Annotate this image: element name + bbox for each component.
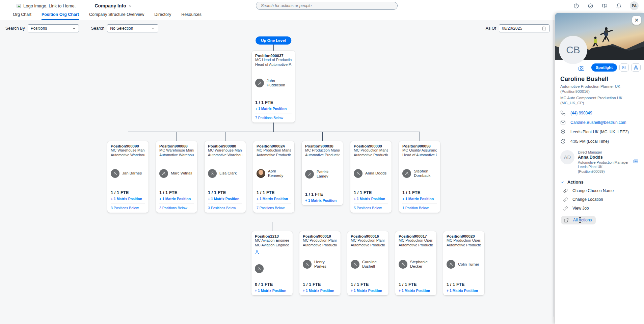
all-actions-button[interactable]: All Actions bbox=[561, 216, 596, 224]
help-icon[interactable] bbox=[573, 3, 579, 9]
incumbent-row: Stephanie Decker bbox=[399, 260, 433, 269]
position-card[interactable]: Position1213 MC Aviation Engineer MC Avi… bbox=[251, 231, 293, 295]
close-icon[interactable]: ✕ bbox=[632, 16, 641, 25]
position-card[interactable]: Position900058 MC Quality Assurance... H… bbox=[399, 141, 440, 213]
tab-org-chart[interactable]: Org Chart bbox=[13, 12, 31, 20]
incumbent-row bbox=[255, 264, 289, 273]
phone-row: (44) 990349 bbox=[560, 110, 639, 116]
position-card[interactable]: Position900016 MC Production Planner Aut… bbox=[347, 231, 388, 295]
tab-company-structure-overview[interactable]: Company Structure Overview bbox=[89, 12, 144, 20]
matrix-position-link[interactable]: + 1 Matrix Position bbox=[255, 107, 292, 111]
manager-contact-card-icon[interactable] bbox=[633, 159, 639, 165]
module-title-menu[interactable]: Company Info bbox=[95, 3, 132, 8]
position-department: Automotive Productio... bbox=[354, 153, 388, 158]
user-avatar[interactable]: PA bbox=[630, 1, 639, 10]
position-title: MC Production Manager bbox=[354, 148, 388, 153]
action-view-job[interactable]: View Job bbox=[563, 206, 639, 211]
tab-position-org-chart[interactable]: Position Org Chart bbox=[42, 12, 79, 20]
handbook-icon[interactable] bbox=[601, 3, 608, 9]
matrix-position-link[interactable]: + 1 Matrix Position bbox=[208, 197, 242, 201]
profile-side-panel: ✕ CB Spotlight Caroline Bushell Automoti… bbox=[555, 13, 644, 324]
matrix-position-link[interactable]: + 1 Matrix Position bbox=[447, 289, 481, 293]
contact-badge-icon[interactable] bbox=[619, 63, 629, 72]
matrix-position-link[interactable]: + 1 Matrix Position bbox=[111, 197, 145, 201]
positions-below-link[interactable]: 5 Positions Below bbox=[354, 203, 388, 210]
text-cursor bbox=[579, 217, 582, 223]
matrix-position-link[interactable]: + 1 Matrix Position bbox=[255, 289, 289, 293]
fte-value: 0 / 1 FTE bbox=[255, 282, 289, 287]
search-by-select[interactable]: Positions bbox=[28, 24, 79, 32]
org-chart-icon[interactable] bbox=[631, 63, 641, 72]
person-avatar-icon bbox=[208, 169, 217, 178]
position-card[interactable]: Position900020 MC Production Opera... Au… bbox=[443, 231, 484, 295]
position-card[interactable]: Position900090 MC Warehouse Mana... Auto… bbox=[107, 141, 149, 213]
position-id: Position900020 bbox=[447, 234, 481, 238]
direct-manager-block[interactable]: AD Direct Manager Anna Dodds Automotive … bbox=[560, 150, 639, 174]
person-avatar-icon bbox=[257, 169, 265, 178]
up-one-level-button[interactable]: Up One Level bbox=[256, 36, 291, 45]
action-change-chosen-name[interactable]: Change Chosen Name bbox=[563, 188, 639, 193]
incumbent-row: Stephen Dornback bbox=[402, 169, 437, 178]
top-bar: Logo image. Link to Home. Company Info P… bbox=[0, 0, 644, 11]
search-select[interactable]: No Selection bbox=[107, 24, 158, 32]
matrix-position-link[interactable]: + 1 Matrix Position bbox=[257, 197, 291, 201]
org-connector-line bbox=[371, 213, 371, 222]
matrix-position-link[interactable]: + 1 Matrix Position bbox=[354, 197, 388, 201]
position-title: MC Aviation Engineer bbox=[255, 238, 289, 243]
global-search-input[interactable] bbox=[256, 2, 398, 10]
camera-icon[interactable] bbox=[579, 65, 584, 73]
manager-description: Automotive Production Manager Leeds Plan… bbox=[578, 160, 630, 174]
position-card[interactable]: Position900038 MC Production Manager Aut… bbox=[302, 141, 343, 205]
matrix-position-link[interactable]: + 1 Matrix Position bbox=[303, 289, 337, 293]
positions-below-link[interactable]: 7 Positions Below bbox=[257, 203, 291, 210]
position-card[interactable]: Position900037 MC Head of Production Hea… bbox=[252, 51, 295, 123]
fte-value: 1 / 1 FTE bbox=[208, 190, 242, 195]
todo-check-icon[interactable] bbox=[587, 3, 593, 9]
matrix-position-link[interactable]: + 1 Matrix Position bbox=[305, 198, 340, 202]
position-card[interactable]: Position900039 MC Production Manager Aut… bbox=[350, 141, 392, 213]
position-department: Head of Automotive Q... bbox=[402, 153, 437, 158]
position-card[interactable]: Position900019 MC Production Planner Aut… bbox=[299, 231, 341, 295]
action-change-location[interactable]: Change Location bbox=[563, 197, 639, 202]
fte-value: 1 / 1 FTE bbox=[255, 100, 292, 105]
matrix-position-link[interactable]: + 1 Matrix Position bbox=[159, 197, 194, 201]
position-id: Position900019 bbox=[303, 234, 337, 238]
position-title: MC Warehouse Mana... bbox=[111, 148, 145, 153]
module-title-label: Company Info bbox=[95, 3, 126, 8]
as-of-date-picker[interactable]: 08/20/2025 bbox=[499, 24, 549, 32]
person-name: Lisa Clark bbox=[219, 171, 237, 176]
profile-details: Caroline Bushell Automotive Production P… bbox=[555, 76, 644, 224]
position-id: Position900016 bbox=[351, 234, 385, 238]
position-id: Position1213 bbox=[255, 234, 289, 238]
manager-name: Anna Dodds bbox=[578, 155, 630, 160]
person-name: Colin Turner bbox=[458, 262, 479, 267]
broken-image-icon bbox=[16, 3, 21, 8]
person-add-icon[interactable] bbox=[255, 250, 289, 256]
email-link[interactable]: Caroline.Bushell@bestrun.com bbox=[570, 120, 626, 125]
spotlight-button[interactable]: Spotlight bbox=[591, 63, 617, 72]
matrix-position-link[interactable]: + 1 Matrix Position bbox=[351, 289, 385, 293]
notifications-bell-icon[interactable] bbox=[616, 3, 622, 9]
positions-below-link[interactable]: 1 Position Below bbox=[402, 203, 437, 210]
org-connector-line bbox=[273, 44, 274, 51]
tab-directory[interactable]: Directory bbox=[154, 12, 171, 20]
matrix-position-link[interactable]: + 1 Matrix Position bbox=[402, 197, 437, 201]
positions-below-link[interactable]: 3 Positions Below bbox=[208, 203, 242, 210]
phone-link[interactable]: (44) 990349 bbox=[570, 111, 592, 115]
actions-header[interactable]: Actions bbox=[560, 180, 639, 185]
manager-label: Direct Manager bbox=[578, 150, 630, 154]
local-time-value: 4:05 PM (Local Time) bbox=[570, 139, 609, 144]
contact-list: (44) 990349 Caroline.Bushell@bestrun.com… bbox=[560, 110, 639, 144]
home-logo-link[interactable]: Logo image. Link to Home. bbox=[16, 3, 76, 8]
position-card[interactable]: Position900024 MC Production Manager Aut… bbox=[253, 141, 294, 213]
positions-below-link[interactable]: 3 Positions Below bbox=[111, 203, 145, 210]
positions-below-link[interactable]: 7 Positions Below bbox=[255, 113, 292, 120]
position-card[interactable]: Position900080 MC Warehouse Mana... Auto… bbox=[205, 141, 246, 213]
matrix-position-link[interactable]: + 1 Matrix Position bbox=[399, 289, 433, 293]
positions-below-link[interactable]: 3 Positions Below bbox=[159, 203, 194, 210]
position-card[interactable]: Position900017 MC Production Opera... Au… bbox=[395, 231, 436, 295]
person-avatar-icon bbox=[159, 169, 168, 178]
profile-avatar[interactable]: CB bbox=[559, 36, 587, 64]
position-card[interactable]: Position900088 MC Warehouse Mana... Auto… bbox=[156, 141, 197, 213]
tab-resources[interactable]: Resources bbox=[181, 12, 202, 20]
